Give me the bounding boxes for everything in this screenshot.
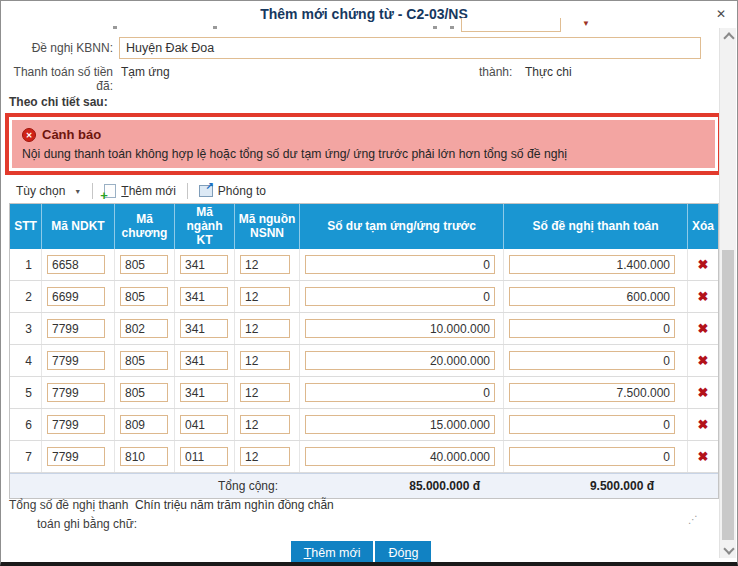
- add-document-icon: [104, 184, 116, 198]
- so-de-nghi-input[interactable]: [509, 351, 675, 370]
- chuong-input[interactable]: [120, 415, 168, 434]
- ndkt-input[interactable]: [47, 383, 105, 402]
- table-row: 5✖: [10, 377, 718, 409]
- warning-title: Cảnh báo: [42, 127, 101, 142]
- warning-banner: ✕ Cảnh báo Nội dung thanh toán không hợp…: [5, 113, 722, 175]
- scroll-up-icon[interactable]: [720, 28, 736, 44]
- header-ma-ndkt: Mã NDKT: [42, 204, 115, 249]
- paid-label: Thanh toán số tiền đã:: [1, 65, 113, 93]
- nguon-nsnn-input[interactable]: [240, 287, 290, 306]
- error-icon: ✕: [22, 128, 36, 142]
- nganh-kt-input[interactable]: [180, 415, 228, 434]
- so-du-tam-ung-input[interactable]: [305, 319, 495, 338]
- delete-row-icon[interactable]: ✖: [698, 354, 709, 367]
- chuong-input[interactable]: [120, 319, 168, 338]
- nguon-nsnn-input[interactable]: [240, 383, 290, 402]
- nganh-kt-input[interactable]: [180, 447, 228, 466]
- kbnn-input[interactable]: [119, 37, 701, 59]
- chuong-input[interactable]: [120, 351, 168, 370]
- table-row: 4✖: [10, 345, 718, 377]
- so-de-nghi-input[interactable]: [509, 255, 675, 274]
- total-label: Tổng cộng:: [10, 479, 300, 493]
- row-index: 7: [10, 441, 42, 472]
- nguon-nsnn-input[interactable]: [240, 255, 290, 274]
- detail-table: STT Mã NDKT Mã chương Mã ngành KT Mã ngu…: [9, 203, 719, 499]
- row-index: 2: [10, 281, 42, 312]
- row-index: 6: [10, 409, 42, 440]
- ndkt-input[interactable]: [47, 415, 105, 434]
- add-row-toolbar-button[interactable]: Thêm mới: [104, 184, 176, 198]
- row-index: 1: [10, 249, 42, 280]
- so-de-nghi-input[interactable]: [509, 319, 675, 338]
- delete-row-icon[interactable]: ✖: [698, 418, 709, 431]
- delete-row-icon[interactable]: ✖: [698, 450, 709, 463]
- nganh-kt-input[interactable]: [180, 383, 228, 402]
- scrollbar-thumb[interactable]: [722, 250, 734, 540]
- nganh-kt-input[interactable]: [180, 319, 228, 338]
- ndkt-input[interactable]: [47, 319, 105, 338]
- warning-panel: ✕ Cảnh báo Nội dung thanh toán không hợp…: [12, 120, 715, 168]
- so-du-tam-ung-input[interactable]: [305, 383, 495, 402]
- delete-row-icon[interactable]: ✖: [698, 290, 709, 303]
- table-header-row: STT Mã NDKT Mã chương Mã ngành KT Mã ngu…: [10, 204, 718, 249]
- ndkt-input[interactable]: [47, 351, 105, 370]
- amount-in-words-row: Tổng số đề nghị thanh toán ghi bằng chữ:…: [9, 498, 709, 531]
- delete-row-icon[interactable]: ✖: [698, 258, 709, 271]
- so-du-tam-ung-input[interactable]: [305, 415, 495, 434]
- ndkt-input[interactable]: [47, 447, 105, 466]
- options-label: Tùy chọn: [16, 184, 65, 198]
- table-row: 3✖: [10, 313, 718, 345]
- table-body: 1✖2✖3✖4✖5✖6✖7✖: [10, 249, 718, 473]
- resize-handle-icon[interactable]: ⋰: [688, 514, 699, 525]
- table-row: 6✖: [10, 409, 718, 441]
- maximize-icon: [199, 185, 213, 197]
- close-button[interactable]: Đóng: [375, 541, 431, 565]
- toolbar-separator: [187, 183, 188, 199]
- delete-row-icon[interactable]: ✖: [698, 386, 709, 399]
- clipped-scrolled-row: ▼: [1, 18, 721, 34]
- nguon-nsnn-input[interactable]: [240, 319, 290, 338]
- nguon-nsnn-input[interactable]: [240, 351, 290, 370]
- ndkt-input[interactable]: [47, 287, 105, 306]
- scroll-down-icon[interactable]: [720, 542, 736, 558]
- nganh-kt-input[interactable]: [180, 287, 228, 306]
- header-ma-nguon-nsnn: Mã nguồn NSNN: [235, 204, 300, 249]
- delete-row-icon[interactable]: ✖: [698, 322, 709, 335]
- row-index: 4: [10, 345, 42, 376]
- clipped-text-fragment: [450, 26, 454, 29]
- so-de-nghi-input[interactable]: [509, 383, 675, 402]
- so-du-tam-ung-input[interactable]: [305, 255, 495, 274]
- dialog-them-moi-chung-tu: Thêm mới chứng từ - C2-03/NS ✕ ▼ Đề nghị…: [0, 0, 738, 566]
- zoom-toolbar-button[interactable]: Phóng to: [199, 184, 266, 198]
- total-advance-value: 85.000.000 đ: [300, 479, 504, 493]
- clipped-text-fragment: [433, 26, 437, 29]
- options-menu-button[interactable]: Tùy chọn ▼: [16, 184, 81, 198]
- chuong-input[interactable]: [120, 255, 168, 274]
- nguon-nsnn-input[interactable]: [240, 447, 290, 466]
- chuong-input[interactable]: [120, 383, 168, 402]
- table-row: 1✖: [10, 249, 718, 281]
- clipped-text-fragment: [213, 26, 217, 29]
- so-du-tam-ung-input[interactable]: [305, 287, 495, 306]
- nguon-nsnn-input[interactable]: [240, 415, 290, 434]
- so-de-nghi-input[interactable]: [509, 287, 675, 306]
- table-toolbar: Tùy chọn ▼ Thêm mới Phóng to: [1, 179, 721, 203]
- header-stt: STT: [10, 204, 42, 249]
- clipped-input[interactable]: [461, 18, 561, 32]
- chuong-input[interactable]: [120, 287, 168, 306]
- chuong-input[interactable]: [120, 447, 168, 466]
- zoom-label: Phóng to: [218, 184, 266, 198]
- ndkt-input[interactable]: [47, 255, 105, 274]
- so-du-tam-ung-input[interactable]: [305, 351, 495, 370]
- nganh-kt-input[interactable]: [180, 255, 228, 274]
- so-de-nghi-input[interactable]: [509, 447, 675, 466]
- so-du-tam-ung-input[interactable]: [305, 447, 495, 466]
- detail-section-label: Theo chi tiết sau:: [9, 95, 108, 109]
- nganh-kt-input[interactable]: [180, 351, 228, 370]
- clipped-text-fragment: [113, 26, 117, 29]
- add-new-button[interactable]: Thêm mới: [291, 541, 374, 565]
- so-de-nghi-input[interactable]: [509, 415, 675, 434]
- vertical-scrollbar[interactable]: [719, 28, 736, 558]
- chevron-down-icon[interactable]: ▼: [582, 19, 590, 28]
- header-xoa: Xóa: [688, 204, 718, 249]
